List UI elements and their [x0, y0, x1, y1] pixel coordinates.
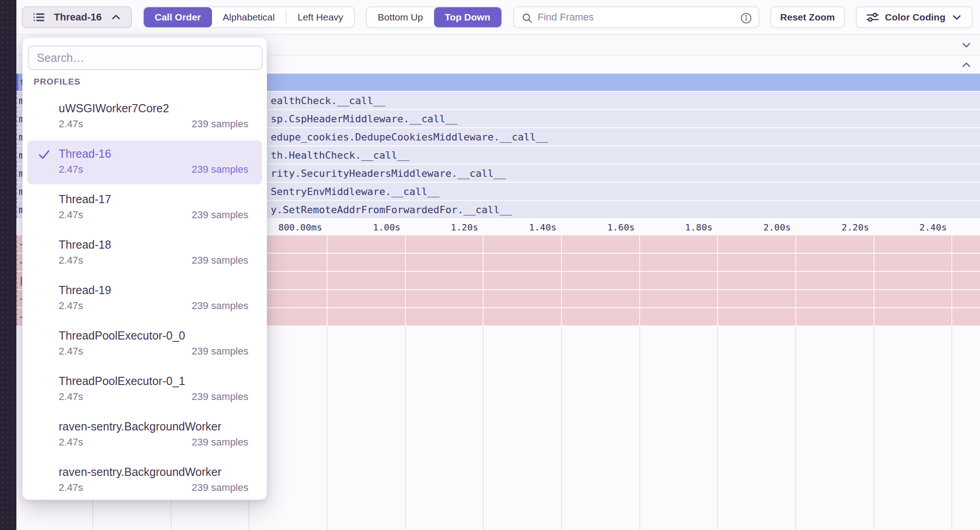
time-gridline: [483, 326, 484, 530]
profile-meta: 2.47s239 samples: [59, 436, 248, 448]
axis-tick-label: 2.20s: [796, 219, 869, 235]
check-icon: [37, 148, 51, 161]
thread-selector-label: Thread-16: [54, 11, 101, 23]
time-gridline: [874, 326, 874, 530]
profile-name: raven-sentry.BackgroundWorker: [59, 420, 248, 433]
color-coding-label: Color Coding: [885, 12, 945, 23]
profile-name: uWSGIWorker7Core2: [59, 101, 248, 115]
profile-item[interactable]: Thread-172.47s239 samples: [27, 186, 262, 230]
profile-item[interactable]: Thread-162.47s239 samples: [27, 140, 262, 185]
reset-zoom-button[interactable]: Reset Zoom: [770, 6, 845, 28]
time-gridline: [327, 326, 328, 530]
profile-name: Thread-19: [59, 283, 248, 297]
profile-name: Thread-18: [59, 238, 248, 251]
profile-samples: 239 samples: [192, 345, 248, 357]
time-gridline: [561, 235, 562, 326]
profile-duration: 2.47s: [59, 345, 83, 357]
time-gridline: [483, 235, 484, 326]
profile-samples: 239 samples: [192, 391, 248, 403]
profile-name: Thread-16: [59, 147, 248, 160]
axis-tick-label: 1.80s: [640, 219, 712, 235]
profile-samples: 239 samples: [192, 209, 248, 221]
info-icon[interactable]: [740, 12, 752, 24]
frame-text: y.SetRemoteAddrFromForwardedFor.__call__: [271, 204, 512, 215]
time-gridline: [639, 326, 640, 530]
dropdown-search-input[interactable]: [28, 45, 263, 70]
profile-meta: 2.47s239 samples: [59, 164, 248, 175]
thread-dropdown-panel: PROFILES uWSGIWorker7Core22.47s239 sampl…: [22, 37, 267, 500]
time-gridline: [717, 235, 718, 326]
profile-item[interactable]: raven-sentry.BackgroundWorker2.47s239 sa…: [27, 413, 262, 457]
time-gridline: [405, 326, 406, 530]
time-gridline: [327, 235, 328, 326]
profile-duration: 2.47s: [59, 255, 83, 266]
profile-duration: 2.47s: [59, 164, 83, 175]
tab-top-down[interactable]: Top Down: [434, 7, 501, 27]
axis-tick-label: 1.60s: [562, 219, 635, 235]
profile-meta: 2.47s239 samples: [59, 209, 248, 221]
reset-zoom-label: Reset Zoom: [780, 12, 835, 23]
thread-selector-button[interactable]: Thread-16: [22, 6, 132, 28]
tab-left-heavy[interactable]: Left Heavy: [287, 7, 354, 27]
profile-samples: 239 samples: [192, 436, 248, 448]
axis-tick-label: 1.40s: [484, 219, 556, 235]
find-frames-input[interactable]: [538, 11, 733, 23]
profile-meta: 2.47s239 samples: [59, 391, 248, 403]
color-coding-button[interactable]: Color Coding: [856, 6, 973, 28]
chevron-up-icon: [110, 11, 122, 23]
tab-call-order[interactable]: Call Order: [144, 7, 212, 27]
chevron-up-icon[interactable]: [960, 58, 973, 71]
time-gridline: [874, 235, 874, 326]
profile-item[interactable]: Thread-192.47s239 samples: [27, 277, 262, 321]
profile-item[interactable]: ThreadPoolExecutor-0_02.47s239 samples: [27, 322, 262, 366]
toolbar: Thread-16 Call Order Alphabetical Left H…: [16, 0, 980, 34]
profiles-section-label: PROFILES: [34, 77, 81, 87]
chevron-down-icon[interactable]: [960, 39, 973, 51]
frame-text: SentryEnvMiddleware.__call__: [271, 186, 439, 197]
profile-duration: 2.47s: [59, 118, 83, 130]
profile-meta: 2.47s239 samples: [59, 482, 248, 494]
time-gridline: [795, 326, 796, 530]
profile-meta: 2.47s239 samples: [59, 300, 248, 312]
frame-text: sp.CspHeaderMiddleware.__call__: [271, 113, 458, 125]
profile-samples: 239 samples: [192, 255, 248, 266]
profile-item[interactable]: uWSGIWorker7Core22.47s239 samples: [27, 95, 262, 139]
profile-samples: 239 samples: [192, 118, 248, 130]
frame-text: th.HealthCheck.__call__: [271, 150, 409, 161]
time-gridline: [561, 326, 562, 530]
find-frames-field: [513, 6, 759, 28]
tab-alphabetical[interactable]: Alphabetical: [212, 7, 286, 27]
profile-meta: 2.47s239 samples: [59, 345, 248, 357]
search-icon: [521, 12, 533, 24]
profile-duration: 2.47s: [59, 436, 83, 448]
time-gridline: [717, 326, 718, 530]
time-gridline: [639, 235, 640, 326]
axis-tick-label: 1.00s: [328, 219, 400, 235]
thread-list-icon: [32, 10, 45, 24]
frame-text: ealthCheck.__call__: [271, 95, 385, 106]
profile-duration: 2.47s: [59, 300, 83, 312]
profile-duration: 2.47s: [59, 482, 83, 494]
axis-tick-label: 2.40s: [874, 219, 947, 235]
profile-item[interactable]: ThreadPoolExecutor-0_12.47s239 samples: [27, 368, 262, 412]
profile-item[interactable]: Thread-182.47s239 samples: [27, 231, 262, 275]
sort-mode-group: Call Order Alphabetical Left Heavy: [143, 6, 355, 28]
frame-text: edupe_cookies.DedupeCookiesMiddleware.__…: [271, 131, 548, 143]
frame-text: rity.SecurityHeadersMiddleware.__call__: [271, 168, 506, 179]
profile-name: ThreadPoolExecutor-0_0: [59, 329, 248, 342]
sliders-icon: [866, 10, 879, 24]
time-gridline: [795, 235, 796, 326]
app-sidebar-strip: [0, 0, 16, 530]
time-gridline: [951, 235, 952, 326]
profile-name: ThreadPoolExecutor-0_1: [59, 374, 248, 388]
profile-duration: 2.47s: [59, 209, 83, 221]
profile-samples: 239 samples: [192, 300, 248, 312]
tab-bottom-up[interactable]: Bottom Up: [367, 7, 434, 27]
chevron-down-icon: [951, 11, 963, 23]
time-gridline: [405, 235, 406, 326]
profile-meta: 2.47s239 samples: [59, 118, 248, 130]
axis-tick-label: 1.20s: [405, 219, 478, 235]
profile-duration: 2.47s: [59, 391, 83, 403]
profile-name: raven-sentry.BackgroundWorker: [59, 465, 248, 479]
profile-item[interactable]: raven-sentry.BackgroundWorker2.47s239 sa…: [27, 459, 262, 503]
